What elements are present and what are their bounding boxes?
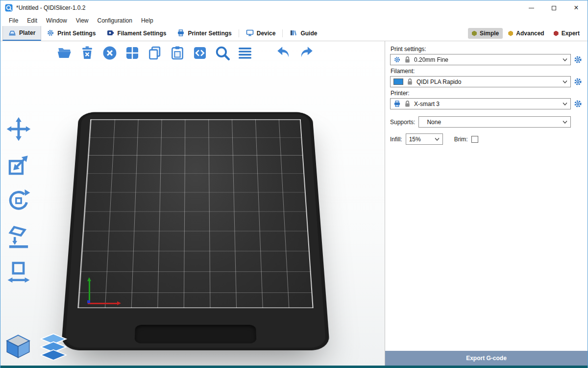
rotate-icon[interactable]: [5, 187, 32, 214]
brim-checkbox[interactable]: [471, 136, 478, 143]
delete-icon[interactable]: [78, 44, 96, 62]
arrange-icon[interactable]: [123, 44, 141, 62]
window-controls: ×: [520, 0, 588, 15]
tab-printer-settings[interactable]: Printer Settings: [172, 26, 237, 41]
menu-file[interactable]: File: [4, 15, 23, 26]
monitor-icon: [246, 29, 254, 38]
3d-editor-view-icon[interactable]: [4, 333, 32, 362]
simple-mode-icon: [472, 31, 477, 36]
viewport-3d[interactable]: [0, 41, 385, 366]
chevron-down-icon: [563, 121, 567, 124]
minimize-button[interactable]: [520, 0, 542, 15]
print-settings-label: Print settings:: [391, 46, 583, 53]
plater-icon: [8, 28, 16, 38]
tab-plater[interactable]: Plater: [2, 26, 41, 41]
menu-configuration[interactable]: Configuration: [93, 15, 137, 26]
lock-icon: [404, 56, 411, 63]
supports-label: Supports:: [390, 119, 415, 126]
view-switch: [4, 333, 67, 362]
left-toolbar: [5, 116, 32, 286]
chevron-down-icon: [563, 80, 567, 83]
search-icon[interactable]: [213, 44, 231, 62]
main-area: Print settings: 0.20mm Fine Filament: QI…: [0, 41, 588, 366]
tab-label: Guide: [300, 30, 317, 37]
chevron-down-icon: [563, 103, 567, 105]
split-icon[interactable]: [191, 44, 209, 62]
bed-handle: [135, 325, 257, 343]
print-settings-gear-button[interactable]: [573, 55, 583, 64]
expert-mode-icon: [554, 31, 559, 36]
tab-print-settings[interactable]: Print Settings: [41, 26, 101, 41]
layer-height-icon[interactable]: [236, 44, 254, 62]
infill-row: Infill: 15% Brim:: [390, 133, 583, 145]
menubar: File Edit Window View Configuration Help: [0, 15, 588, 26]
move-icon[interactable]: [5, 116, 32, 142]
mode-advanced[interactable]: Advanced: [504, 28, 548, 39]
print-settings-value: 0.20mm Fine: [414, 56, 560, 63]
mode-simple[interactable]: Simple: [468, 28, 503, 39]
tab-label: Device: [257, 30, 276, 37]
bed-grid-surface: [77, 119, 313, 308]
preview-layers-icon[interactable]: [40, 333, 67, 362]
infill-combo[interactable]: 15%: [406, 133, 443, 145]
mode-label: Expert: [562, 30, 580, 37]
gear-icon: [47, 29, 54, 38]
scale-icon[interactable]: [5, 152, 32, 178]
books-icon: [290, 29, 297, 38]
copy-icon[interactable]: [146, 44, 164, 62]
lock-icon: [406, 78, 414, 85]
filament-gear-button[interactable]: [573, 77, 583, 86]
mode-switcher: Simple Advanced Expert: [468, 26, 588, 41]
sidebar: Print settings: 0.20mm Fine Filament: QI…: [385, 41, 588, 366]
maximize-button[interactable]: [542, 0, 565, 15]
place-on-face-icon[interactable]: [5, 223, 32, 250]
gear-icon: [393, 56, 401, 63]
filament-label: Filament:: [391, 68, 583, 75]
printer-icon: [177, 29, 185, 38]
print-settings-combo[interactable]: 0.20mm Fine: [390, 54, 571, 65]
print-settings-row: 0.20mm Fine: [390, 54, 583, 65]
menu-view[interactable]: View: [72, 15, 93, 26]
menu-help[interactable]: Help: [137, 15, 158, 26]
delete-all-icon[interactable]: [100, 44, 119, 62]
tab-separator: [282, 29, 283, 37]
window-bottom-border: [0, 366, 588, 368]
paste-icon[interactable]: [168, 44, 186, 62]
supports-value: None: [422, 119, 560, 126]
export-gcode-button[interactable]: Export G-code: [385, 351, 588, 366]
tab-device[interactable]: Device: [241, 26, 281, 41]
tab-label: Filament Settings: [117, 30, 166, 37]
infill-label: Infill:: [390, 136, 402, 143]
menu-edit[interactable]: Edit: [23, 15, 42, 26]
chevron-down-icon: [435, 138, 440, 141]
printer-label: Printer:: [391, 90, 583, 97]
print-bed[interactable]: [53, 41, 338, 365]
tab-label: Printer Settings: [188, 30, 231, 37]
measure-icon[interactable]: [5, 259, 32, 286]
chevron-down-icon: [563, 58, 567, 61]
mode-label: Advanced: [516, 30, 544, 37]
tab-filament-settings[interactable]: Filament Settings: [101, 26, 172, 41]
redo-icon[interactable]: [297, 44, 315, 62]
tab-guide[interactable]: Guide: [284, 26, 322, 41]
printer-gear-button[interactable]: [573, 99, 583, 108]
filament-combo[interactable]: QIDI PLA Rapido: [390, 76, 571, 87]
filament-row: QIDI PLA Rapido: [390, 76, 583, 87]
printer-row: X-smart 3: [390, 98, 583, 109]
menu-window[interactable]: Window: [42, 15, 72, 26]
supports-row: Supports: None: [390, 116, 583, 128]
x-axis-indicator: [88, 303, 117, 304]
titlebar: *Untitled - QIDISlicer-1.0.2 ×: [0, 0, 588, 15]
printer-combo[interactable]: X-smart 3: [390, 98, 571, 109]
printer-value: X-smart 3: [414, 101, 560, 107]
undo-icon[interactable]: [274, 44, 293, 62]
app-window: *Untitled - QIDISlicer-1.0.2 × File Edit…: [0, 0, 588, 368]
mode-expert[interactable]: Expert: [550, 28, 584, 39]
infill-value: 15%: [409, 136, 432, 143]
close-button[interactable]: ×: [565, 0, 588, 15]
printer-icon: [393, 100, 401, 107]
minimize-icon: [529, 8, 534, 8]
open-folder-icon[interactable]: [55, 44, 74, 62]
filament-color-swatch: [393, 79, 403, 85]
supports-combo[interactable]: None: [418, 116, 571, 128]
